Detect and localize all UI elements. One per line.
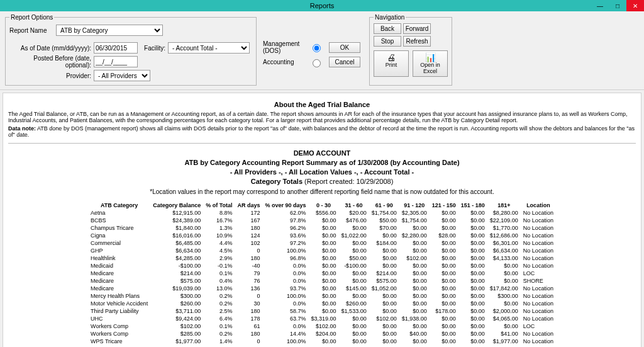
refresh-button[interactable]: Refresh: [403, 36, 431, 47]
cell: $102.00: [150, 322, 203, 330]
cell: Cigna: [88, 232, 150, 239]
cell: $1,052.00: [369, 285, 399, 292]
cell: $12,686.00: [487, 232, 521, 239]
back-button[interactable]: Back: [374, 23, 401, 34]
close-button[interactable]: ✕: [626, 0, 644, 11]
account-name: DEMO ACCOUNT: [8, 149, 636, 158]
cell: 14.4%: [263, 330, 309, 338]
cell: No Location: [521, 292, 556, 300]
report-header-block: DEMO ACCOUNT ATB by Category Accounting …: [8, 149, 636, 186]
report-name-select[interactable]: ATB by Category: [56, 25, 163, 36]
cell: $19,039.00: [150, 285, 203, 292]
cell: $0.00: [458, 315, 487, 322]
cell: $0.00: [458, 300, 487, 307]
cell: $0.00: [458, 330, 487, 338]
cell: $0.00: [369, 330, 399, 338]
posted-input[interactable]: [94, 56, 138, 67]
data-note-paragraph: Data note: ATB done by DOS (management r…: [8, 125, 636, 138]
cell: $0.00: [309, 292, 339, 300]
accounting-label: Accounting: [263, 59, 307, 65]
cell: $0.00: [339, 224, 369, 232]
cell: 30: [235, 300, 263, 307]
cell: $0.00: [339, 277, 369, 285]
maximize-button[interactable]: □: [609, 0, 626, 11]
window-title: Reports: [310, 2, 335, 9]
stop-button[interactable]: Stop: [374, 36, 401, 47]
cell: No Location: [521, 254, 556, 262]
cell: 0.2%: [203, 300, 235, 307]
table-row: UHC$9,424.006.4%17863.7%$3,319.00$0.00$1…: [88, 315, 556, 322]
cell: $0.00: [309, 247, 339, 254]
col-header: 121 - 150: [430, 202, 458, 209]
cell: $2,305.00: [399, 209, 430, 217]
cell: $0.00: [339, 292, 369, 300]
provider-select[interactable]: - All Providers -: [94, 70, 150, 81]
cell: $0.00: [487, 262, 521, 270]
cell: $145.00: [339, 285, 369, 292]
cell: $1,533.00: [339, 307, 369, 315]
minimize-button[interactable]: —: [591, 0, 609, 11]
cell: $102.00: [369, 315, 399, 322]
cell: $476.00: [339, 217, 369, 224]
table-row: Workers Comp$285.000.2%18014.4%$204.00$0…: [88, 330, 556, 338]
cell: $0.00: [399, 285, 430, 292]
cell: 1.4%: [203, 338, 235, 345]
cell: $1,754.00: [369, 209, 399, 217]
cell: $12,915.00: [150, 209, 203, 217]
report-viewport[interactable]: About the Aged Trial Balance The Aged Tr…: [3, 93, 641, 347]
cell: $0.00: [339, 322, 369, 330]
cell: 172: [235, 209, 263, 217]
cell: No Location: [521, 330, 556, 338]
cell: $1,977.00: [150, 338, 203, 345]
cell: $0.00: [430, 247, 458, 254]
cell: $0.00: [399, 300, 430, 307]
cell: No Location: [521, 338, 556, 345]
atb-table: ATB CategoryCategory Balance% of TotalAR…: [88, 202, 556, 345]
cell: No Location: [521, 300, 556, 307]
table-row: BCBS$24,389.0016.7%16797.8%$0.00$476.00$…: [88, 217, 556, 224]
cell: $9,424.00: [150, 315, 203, 322]
forward-button[interactable]: Forward: [403, 23, 431, 34]
cell: $4,285.00: [150, 254, 203, 262]
cell: $1,840.00: [150, 224, 203, 232]
cell: 180: [235, 330, 263, 338]
management-radio[interactable]: [313, 44, 321, 52]
cell: $1,770.00: [487, 224, 521, 232]
title-bar: Reports — □ ✕: [0, 0, 644, 11]
cell: $0.00: [458, 322, 487, 330]
table-row: Motor Vehicle Accident$260.000.2%300.0%$…: [88, 300, 556, 307]
cell: 180: [235, 224, 263, 232]
accounting-radio[interactable]: [313, 59, 321, 67]
cell: 0.4%: [203, 277, 235, 285]
cell: $20.00: [339, 209, 369, 217]
cell: 4.4%: [203, 239, 235, 247]
cell: $214.00: [150, 270, 203, 277]
cell: Medicaid: [88, 262, 150, 270]
cell: UHC: [88, 315, 150, 322]
cell: No Location: [521, 247, 556, 254]
cell: $0.00: [339, 270, 369, 277]
cell: $1,977.00: [487, 338, 521, 345]
cell: 93.6%: [263, 232, 309, 239]
cancel-button[interactable]: Cancel: [329, 57, 360, 67]
col-header: 181+: [487, 202, 521, 209]
cell: 2.9%: [203, 254, 235, 262]
cell: $0.00: [487, 300, 521, 307]
cell: $0.00: [309, 300, 339, 307]
col-header: % of Total: [203, 202, 235, 209]
cell: 10.9%: [203, 232, 235, 239]
cell: $0.00: [430, 315, 458, 322]
cell: -$100.00: [339, 262, 369, 270]
ok-button[interactable]: OK: [329, 42, 360, 53]
asof-input[interactable]: [94, 42, 138, 54]
table-row: Mercy Health Plans$300.000.2%0100.0%$0.0…: [88, 292, 556, 300]
cell: $28.00: [430, 232, 458, 239]
cell: $0.00: [339, 338, 369, 345]
col-header: 61 - 90: [369, 202, 399, 209]
cell: 100.0%: [263, 247, 309, 254]
open-excel-button[interactable]: 📊 Open in Excel: [413, 50, 448, 77]
cell: 0.2%: [203, 330, 235, 338]
cell: -0.1%: [203, 262, 235, 270]
facility-select[interactable]: - Account Total -: [168, 42, 250, 54]
print-button[interactable]: 🖨 Print: [374, 50, 409, 77]
